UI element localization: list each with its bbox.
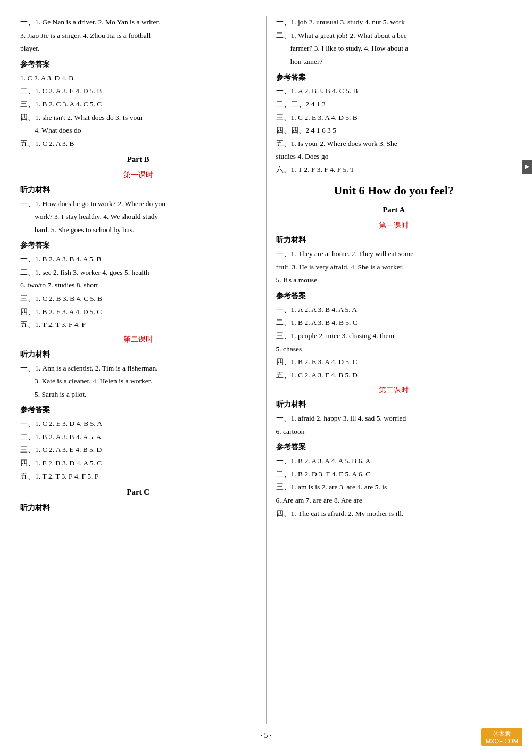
r-ref-label: 参考答案 (276, 71, 512, 84)
r-listen2-label: 听力材料 (276, 398, 512, 411)
ans-1-2: 二、1. C 2. A 3. E 4. D 5. B (20, 85, 256, 97)
watermark-line1: 答案君 (486, 730, 518, 738)
partC-title: Part C (20, 486, 256, 499)
listen1-line2: work? 3. I stay healthy. 4. We should st… (20, 210, 256, 223)
ans-1-1: 1. C 2. A 3. D 4. B (20, 72, 256, 85)
r-listen1-line1: 一、1. They are at home. 2. They will eat … (276, 248, 512, 260)
u6-ans-4: 四、1. B 2. E 3. A 4. D 5. C (276, 356, 512, 368)
u6-ans-2: 二、1. B 2. A 3. B 4. B 5. C (276, 316, 512, 329)
r-ref2-label: 参考答案 (276, 290, 512, 302)
r-lesson1-title: 第一课时 (276, 219, 512, 232)
r-listen2-line1: 一、1. afraid 2. happy 3. ill 4. sad 5. wo… (276, 412, 512, 425)
ans2-1: 一、1. B 2. A 3. B 4. A 5. B (20, 253, 256, 266)
ans3-5: 五、1. T 2. T 3. F 4. F 5. F (20, 470, 256, 483)
intro-line1: 一、1. Ge Nan is a driver. 2. Mo Yan is a … (20, 16, 256, 29)
unit6-title: Unit 6 How do you feel? (276, 180, 512, 200)
ans3-4: 四、1. E 2. B 3. D 4. A 5. C (20, 457, 256, 470)
r-ans-3: 三、1. C 2. E 3. A 4. D 5. B (276, 111, 512, 124)
r-ans-5-line2: studies 4. Does go (276, 150, 512, 163)
r-partA-title: Part A (276, 203, 512, 217)
r-ans-4: 四、四、2 4 1 6 3 5 (276, 124, 512, 137)
intro-block-right: 一、1. job 2. unusual 3. study 4. nut 5. w… (276, 16, 512, 68)
ans-1-5: 五、1. C 2. A 3. B (20, 137, 256, 150)
ans-1-3: 三、1. B 2. C 3. A 4. C 5. C (20, 98, 256, 111)
u6-ans-3-line1: 三、1. people 2. mice 3. chasing 4. them (276, 330, 512, 342)
r-listen1-line2: fruit. 3. He is very afraid. 4. She is a… (276, 261, 512, 274)
watermark: 答案君 MXQE.COM (481, 728, 522, 746)
u6b-ans-2: 二、1. B 2. D 3. F 4. E 5. A 6. C (276, 468, 512, 481)
left-column: 一、1. Ge Nan is a driver. 2. Mo Yan is a … (11, 16, 266, 724)
ans2-2: 二、1. see 2. fish 3. worker 4. goes 5. he… (20, 266, 256, 279)
lesson1-title-left: 第一课时 (20, 169, 256, 182)
ans2-5: 五、1. T 2. T 3. F 4. F (20, 318, 256, 331)
r-ref3-label: 参考答案 (276, 441, 512, 454)
watermark-line2: MXQE.COM (486, 738, 518, 744)
r-ans-6: 六、1. T 2. F 3. F 4. F 5. T (276, 163, 512, 176)
ans-1-4-line2: 4. What does do (20, 124, 256, 137)
ans-1-4-line1: 四、1. she isn't 2. What does do 3. Is you… (20, 111, 256, 124)
right-column: 一、1. job 2. unusual 3. study 4. nut 5. w… (267, 16, 522, 724)
u6b-ans-4-line1: 四、1. The cat is afraid. 2. My mother is … (276, 507, 512, 520)
listening-label-1: 听力材料 (20, 184, 256, 196)
page-number: · 5 · (261, 732, 272, 740)
u6-ans-1: 一、1. A 2. A 3. B 4. A 5. A (276, 303, 512, 316)
bookmark: ▶ (522, 160, 532, 174)
r-ans-1: 一、1. A 2. B 3. B 4. C 5. B (276, 85, 512, 97)
u6-ans-5: 五、1. C 2. A 3. E 4. B 5. D (276, 369, 512, 382)
ans2-3: 三、1. C 2. B 3. B 4. C 5. B (20, 292, 256, 305)
ans2-2b: 6. two/to 7. studies 8. short (20, 279, 256, 292)
u6b-ans-3-line2: 6. Are am 7. are are 8. Are are (276, 494, 512, 507)
r-listen-label: 听力材料 (276, 234, 512, 246)
r-listen2-line2: 6. cartoon (276, 425, 512, 438)
u6b-ans-3-line1: 三、1. am is is 2. are 3. are 4. are 5. is (276, 481, 512, 494)
r-intro-line2: 二、1. What a great job! 2. What about a b… (276, 29, 512, 42)
listen2-line2: 3. Kate is a cleaner. 4. Helen is a work… (20, 375, 256, 388)
u6b-ans-1: 一、1. B 2. A 3. A 4. A 5. B 6. A (276, 455, 512, 467)
listen2-line1: 一、1. Ann is a scientist. 2. Tim is a fis… (20, 362, 256, 375)
r-intro-line1: 一、1. job 2. unusual 3. study 4. nut 5. w… (276, 16, 512, 29)
r-lesson2-title: 第二课时 (276, 384, 512, 397)
ans3-2: 二、1. B 2. A 3. B 4. A 5. A (20, 431, 256, 443)
ans2-4: 四、1. B 2. E 3. A 4. D 5. C (20, 306, 256, 318)
ref2-label: 参考答案 (20, 239, 256, 252)
listen2-line3: 5. Sarah is a pilot. (20, 388, 256, 401)
partB-title: Part B (20, 153, 256, 167)
r-intro-line4: lion tamer? (276, 55, 512, 68)
ans3-3: 三、1. C 2. A 3. E 4. B 5. D (20, 443, 256, 456)
intro-line2: 3. Jiao Jie is a singer. 4. Zhou Jia is … (20, 29, 256, 42)
ans3-1: 一、1. C 2. E 3. D 4. B 5. A (20, 417, 256, 430)
r-intro-line3: farmer? 3. I like to study. 4. How about… (276, 42, 512, 55)
intro-block-left: 一、1. Ge Nan is a driver. 2. Mo Yan is a … (20, 16, 256, 55)
listening2-label: 听力材料 (20, 348, 256, 361)
ref3-label-left: 参考答案 (20, 404, 256, 416)
r-ans-2: 二、二、2 4 1 3 (276, 98, 512, 111)
lesson2-title-left: 第二课时 (20, 333, 256, 346)
listen1-line3: hard. 5. She goes to school by bus. (20, 224, 256, 236)
intro-line3: player. (20, 42, 256, 55)
r-listen1-line3: 5. It's a mouse. (276, 274, 512, 286)
ref-answers-title-1: 参考答案 (20, 58, 256, 71)
listen1-line1: 一、1. How does he go to work? 2. Where do… (20, 198, 256, 210)
r-ans-5-line1: 五、1. Is your 2. Where does work 3. She (276, 137, 512, 150)
u6-ans-3-line2: 5. chases (276, 343, 512, 356)
listening3-label: 听力材料 (20, 502, 256, 514)
